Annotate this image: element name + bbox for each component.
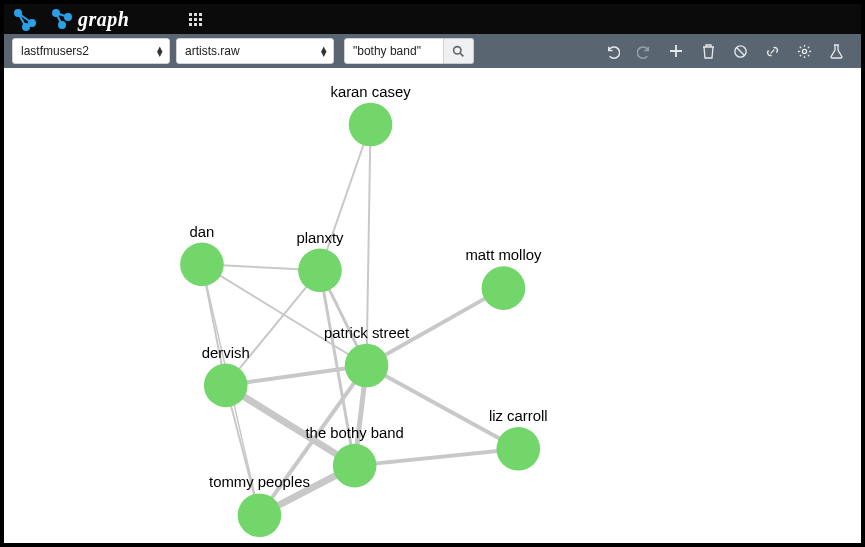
graph-svg: karan caseydanplanxtymatt molloydervishp… (4, 68, 861, 543)
ban-icon (733, 44, 748, 59)
chevron-updown-icon: ▴▾ (157, 46, 163, 56)
logo-graphic-icon (12, 7, 72, 31)
block-button[interactable] (731, 42, 749, 60)
redo-button[interactable] (635, 42, 653, 60)
trash-icon (702, 44, 715, 59)
svg-point-24 (802, 49, 806, 53)
svg-point-10 (59, 22, 65, 28)
undo-icon (605, 44, 620, 59)
flask-icon (830, 44, 843, 59)
undo-button[interactable] (603, 42, 621, 60)
svg-point-4 (29, 20, 35, 26)
svg-point-8 (53, 10, 59, 16)
redo-icon (637, 44, 652, 59)
graph-node[interactable]: dan (180, 224, 224, 287)
search-group (344, 38, 474, 64)
graph-node-label: karan casey (330, 84, 411, 100)
graph-node-label: the bothy band (305, 425, 403, 441)
link-button[interactable] (763, 42, 781, 60)
svg-point-28 (482, 266, 526, 310)
svg-rect-19 (199, 23, 202, 26)
svg-point-3 (15, 10, 21, 16)
graph-node-label: dervish (202, 345, 250, 361)
svg-point-29 (204, 364, 248, 408)
svg-point-32 (496, 427, 540, 471)
index-select-value: lastfmusers2 (21, 44, 89, 58)
search-button[interactable] (444, 38, 474, 64)
graph-node[interactable]: tommy peoples (209, 474, 310, 537)
graph-node[interactable]: dervish (202, 345, 250, 408)
toolbar-right (603, 42, 853, 60)
graph-edge (320, 125, 371, 271)
app-switcher-icon[interactable] (189, 13, 202, 26)
search-icon (452, 45, 465, 58)
chevron-updown-icon: ▴▾ (321, 46, 327, 56)
svg-rect-12 (194, 13, 197, 16)
search-input[interactable] (344, 38, 444, 64)
graph-node[interactable]: the bothy band (305, 425, 403, 488)
graph-node-label: liz carroll (489, 408, 548, 424)
graph-canvas[interactable]: karan caseydanplanxtymatt molloydervishp… (4, 68, 861, 543)
index-select[interactable]: lastfmusers2 ▴▾ (12, 38, 170, 64)
graph-node-label: dan (190, 224, 215, 240)
add-button[interactable] (667, 42, 685, 60)
svg-rect-14 (189, 18, 192, 21)
field-select[interactable]: artists.raw ▴▾ (176, 38, 334, 64)
inspect-button[interactable] (827, 42, 845, 60)
svg-rect-13 (199, 13, 202, 16)
graph-node-label: planxty (296, 230, 344, 246)
svg-point-30 (345, 344, 389, 388)
svg-rect-15 (194, 18, 197, 21)
control-bar: lastfmusers2 ▴▾ artists.raw ▴▾ (4, 34, 861, 68)
svg-point-27 (298, 248, 342, 292)
svg-line-21 (460, 53, 463, 56)
gear-icon (797, 44, 812, 59)
graph-node[interactable]: planxty (296, 230, 344, 293)
svg-rect-11 (189, 13, 192, 16)
plus-icon (669, 44, 683, 58)
svg-point-20 (454, 46, 461, 53)
svg-rect-18 (194, 23, 197, 26)
app-frame: graph lastfmusers2 ▴▾ artists.raw ▴▾ (4, 4, 861, 543)
top-bar: graph (4, 4, 861, 34)
svg-rect-16 (199, 18, 202, 21)
svg-point-31 (333, 444, 377, 488)
graph-node-label: tommy peoples (209, 474, 310, 490)
svg-line-23 (736, 47, 744, 55)
delete-button[interactable] (699, 42, 717, 60)
link-icon (765, 44, 780, 59)
graph-node-label: patrick street (324, 325, 410, 341)
graph-node[interactable]: patrick street (324, 325, 410, 388)
graph-edge (355, 449, 519, 466)
graph-node[interactable]: karan casey (330, 84, 411, 147)
graph-node-label: matt molloy (465, 247, 542, 263)
svg-point-33 (238, 493, 282, 537)
svg-rect-17 (189, 23, 192, 26)
svg-point-25 (349, 103, 393, 147)
svg-point-5 (23, 24, 29, 30)
logo-text: graph (78, 8, 129, 31)
svg-point-26 (180, 243, 224, 287)
svg-point-9 (65, 14, 71, 20)
settings-button[interactable] (795, 42, 813, 60)
field-select-value: artists.raw (185, 44, 240, 58)
graph-node[interactable]: matt molloy (465, 247, 542, 310)
logo: graph (12, 7, 129, 31)
